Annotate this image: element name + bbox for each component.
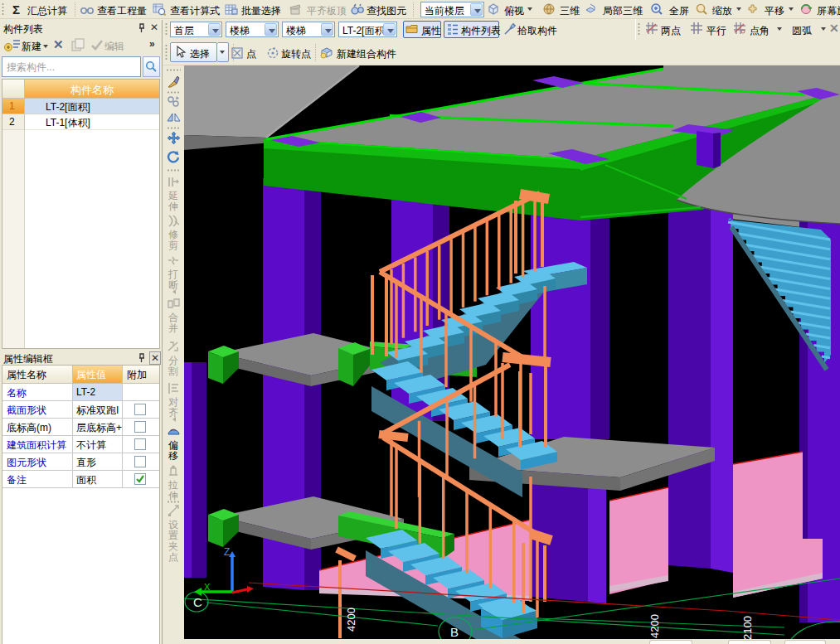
svg-text:2100: 2100 [741,616,754,639]
svg-text:C: C [193,595,202,609]
svg-text:4200: 4200 [345,608,357,632]
svg-text:Z: Z [224,546,230,558]
svg-text:B: B [450,625,459,639]
svg-text:4200: 4200 [648,614,661,638]
svg-text:X: X [204,582,211,592]
